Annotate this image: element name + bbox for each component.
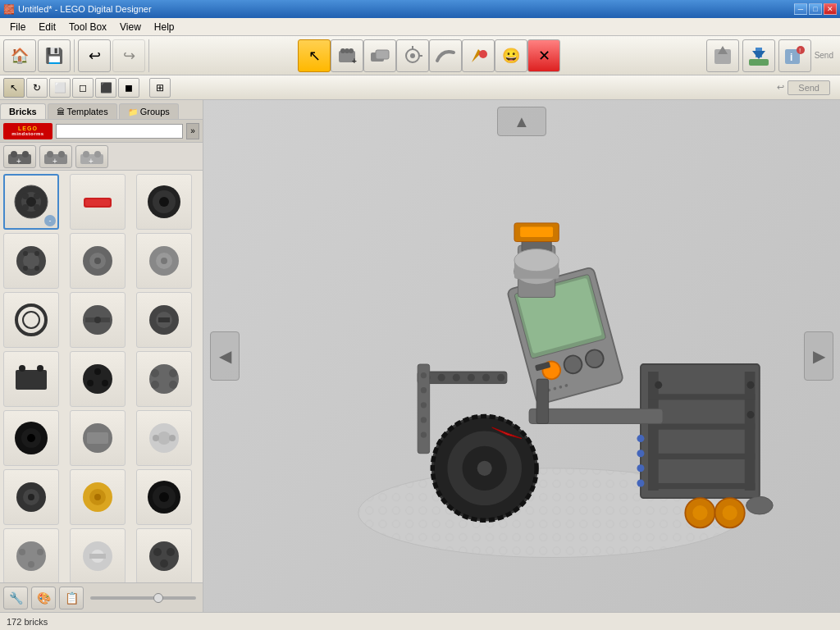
minimize-button[interactable]: ─ xyxy=(794,3,807,15)
brick-item-16[interactable] xyxy=(3,469,59,525)
add-brick-button[interactable]: + xyxy=(331,39,363,72)
svg-rect-110 xyxy=(648,372,659,491)
flex-tube-button[interactable] xyxy=(429,39,462,72)
svg-text:+: + xyxy=(52,157,57,166)
save-button[interactable]: 💾 xyxy=(38,39,71,72)
brick-item-21[interactable] xyxy=(136,528,192,582)
brick-item-7[interactable] xyxy=(3,292,59,348)
svg-point-149 xyxy=(497,374,504,381)
box-select-tool[interactable]: ◻ xyxy=(72,78,94,98)
brick-item-11[interactable] xyxy=(70,351,126,407)
search-input[interactable] xyxy=(56,124,183,139)
brick-add-1[interactable]: - xyxy=(44,215,56,226)
svg-rect-143 xyxy=(418,372,507,383)
brick-item-8[interactable] xyxy=(70,292,126,348)
category-button-3[interactable]: + xyxy=(75,145,108,168)
svg-point-70 xyxy=(87,380,94,386)
svg-marker-16 xyxy=(752,51,765,59)
brick-item-19[interactable] xyxy=(3,528,59,582)
svg-point-145 xyxy=(438,374,445,381)
select-tool[interactable]: ↖ xyxy=(3,78,25,98)
navigate-left-button[interactable]: ◀ xyxy=(210,331,240,381)
brick-item-17[interactable] xyxy=(70,469,126,525)
bottom-panel: 🔧 🎨 📋 xyxy=(0,582,203,612)
brick-item-14[interactable] xyxy=(70,410,126,466)
brick-item-6[interactable] xyxy=(136,233,192,289)
toolbar-center-group: ↖ + xyxy=(153,39,706,72)
category-button-2[interactable]: + xyxy=(39,145,72,168)
menu-help[interactable]: Help xyxy=(148,20,181,34)
category-button-1[interactable]: + xyxy=(3,145,36,168)
svg-point-105 xyxy=(160,559,168,568)
svg-point-76 xyxy=(169,381,177,389)
brick-item-4[interactable] xyxy=(3,233,59,289)
menu-bar: File Edit Tool Box View Help xyxy=(0,18,840,36)
lego-model-svg xyxy=(269,135,774,594)
maximize-button[interactable]: □ xyxy=(809,3,822,15)
zoom-thumb[interactable] xyxy=(153,593,163,603)
menu-file[interactable]: File xyxy=(3,20,32,34)
category-bar: + + + xyxy=(0,143,203,171)
window-title: Untitled* - LEGO Digital Designer xyxy=(18,4,152,14)
brick-item-5[interactable] xyxy=(70,233,126,289)
send-button[interactable]: Send xyxy=(788,80,830,95)
brick-item-12[interactable] xyxy=(136,351,192,407)
menu-toolbox[interactable]: Tool Box xyxy=(62,20,113,34)
lasso-tool[interactable]: ⬛ xyxy=(95,78,116,98)
hinge-button[interactable] xyxy=(396,39,429,72)
svg-text:i: i xyxy=(790,52,792,63)
svg-point-84 xyxy=(153,435,159,441)
clone-button[interactable] xyxy=(363,39,396,72)
svg-rect-137 xyxy=(536,379,548,423)
download-button[interactable] xyxy=(742,39,775,72)
paint-button[interactable] xyxy=(462,39,495,72)
brick-item-3[interactable] xyxy=(136,174,192,230)
undo-button[interactable]: ↩ xyxy=(78,39,111,72)
close-button[interactable]: ✕ xyxy=(824,3,837,15)
zoom-slider[interactable] xyxy=(90,596,196,600)
main-toolbar: 🏠 💾 ↩ ↪ ↖ + xyxy=(0,36,840,75)
title-bar: 🧱 Untitled* - LEGO Digital Designer ─ □ … xyxy=(0,0,840,18)
bottom-tool-3[interactable]: 📋 xyxy=(59,587,84,609)
rotate-tool[interactable]: ↻ xyxy=(26,78,48,98)
bottom-tool-1[interactable]: 🔧 xyxy=(3,587,28,609)
toolbar-row: 🏠 💾 ↩ ↪ ↖ + xyxy=(3,39,837,72)
pan-tool[interactable]: ◼ xyxy=(118,78,139,98)
home-button[interactable]: 🏠 xyxy=(3,39,36,72)
brick-item-15[interactable] xyxy=(136,410,192,466)
svg-point-163 xyxy=(637,479,644,486)
svg-point-49 xyxy=(23,266,28,271)
svg-point-96 xyxy=(19,549,25,555)
bottom-tool-2[interactable]: 🎨 xyxy=(31,587,56,609)
brick-item-1[interactable]: - xyxy=(3,174,59,230)
brick-item-9[interactable] xyxy=(136,292,192,348)
navigate-up-button[interactable]: ▲ xyxy=(497,107,546,136)
navigate-right-button[interactable]: ▶ xyxy=(804,331,833,381)
brick-item-13[interactable] xyxy=(3,410,59,466)
send-status: ↩ xyxy=(777,82,784,93)
tab-templates[interactable]: 🏛 Templates xyxy=(48,103,117,119)
menu-view[interactable]: View xyxy=(113,20,148,34)
publish-button[interactable] xyxy=(706,39,739,72)
cursor-tool-button[interactable]: ↖ xyxy=(298,39,331,72)
tab-bricks[interactable]: Bricks xyxy=(0,103,46,119)
brick-item-2[interactable] xyxy=(70,174,126,230)
redo-button[interactable]: ↪ xyxy=(112,39,145,72)
brick-item-20[interactable] xyxy=(70,528,126,582)
toolbar-left-group: 🏠 💾 xyxy=(3,39,75,72)
frame-tool[interactable]: ⬜ xyxy=(49,78,71,98)
svg-point-83 xyxy=(158,431,171,445)
info-button[interactable]: i ! xyxy=(778,39,811,72)
minifig-button[interactable]: 😀 xyxy=(495,39,527,72)
delete-button[interactable]: ✕ xyxy=(527,39,560,72)
brick-count: 172 bricks xyxy=(7,617,48,627)
brick-item-18[interactable] xyxy=(136,469,192,525)
svg-rect-66 xyxy=(19,365,25,372)
svg-point-148 xyxy=(482,374,490,381)
tab-groups[interactable]: 📁 Groups xyxy=(119,103,179,119)
panel-collapse-button[interactable]: » xyxy=(186,123,199,139)
brick-item-10[interactable] xyxy=(3,351,59,407)
svg-point-160 xyxy=(637,435,644,442)
menu-edit[interactable]: Edit xyxy=(32,20,62,34)
grid-tool[interactable]: ⊞ xyxy=(149,78,171,98)
